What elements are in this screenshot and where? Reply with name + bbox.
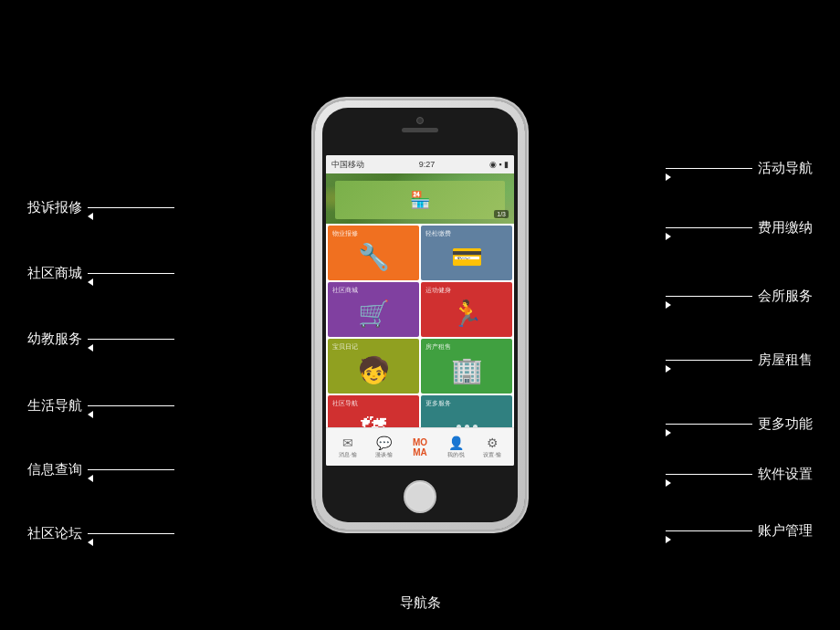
label-complaint-line [88,207,174,208]
me-label: 我的·悦 [447,451,466,459]
tile-community-mall[interactable]: 社区商城 🛒 [328,282,419,337]
comics-icon: 💬 [376,436,392,450]
home-button[interactable] [404,480,436,513]
label-community-forum-text: 社区论坛 [27,525,82,542]
nav-me[interactable]: 👤 我的·悦 [438,428,475,466]
label-account-management-line [666,530,752,531]
label-community-forum-line [88,533,174,534]
phone-speaker [402,128,438,132]
label-info-query-line [88,469,174,470]
label-life-nav-line [88,405,174,406]
tile-community-nav-label: 社区导航 [332,399,358,408]
tile-baby-diary[interactable]: 宝贝日记 🧒 [328,339,419,394]
label-account-management: 账户管理 [666,522,813,540]
label-club-service: 会所服务 [666,288,813,305]
label-fee-payment-text: 费用缴纳 [758,219,813,236]
bottom-nav-label-text: 导航条 [400,594,441,610]
hero-store-image: 🏪 [335,181,505,219]
tile-community-mall-icon: 🛒 [358,299,390,329]
tile-baby-diary-label: 宝贝日记 [332,342,358,352]
carrier-signal: 中国移动 [331,159,364,171]
status-bar: 中国移动 9:27 ◉ ▪ ▮ [326,155,514,173]
label-community-mall: 社区商城 [27,265,174,282]
label-software-settings-line [666,474,752,475]
label-house-rental-line [666,360,752,361]
label-complaint-text: 投诉报修 [27,199,82,216]
bottom-nav: ✉ 消息·愉 💬 漫谈·愉 MOMA 👤 我的·悦 ⚙ 设置·愉 [326,427,514,466]
label-life-nav-text: 生活导航 [27,397,82,415]
label-child-edu-line [88,339,174,340]
tile-real-estate-label: 房产租售 [425,342,451,352]
label-software-settings: 软件设置 [666,466,813,483]
label-club-service-text: 会所服务 [758,288,813,305]
label-house-rental-text: 房屋租售 [758,352,813,369]
label-more-functions-line [666,424,752,425]
label-club-service-line [666,296,752,297]
tile-baby-diary-icon: 🧒 [358,355,390,385]
nav-logo-item[interactable]: MOMA [402,428,438,466]
label-community-forum: 社区论坛 [27,525,174,542]
label-bottom-nav-bar: 导航条 [400,594,441,612]
tile-fitness-label: 运动健身 [425,286,451,295]
label-community-mall-text: 社区商城 [27,265,82,282]
tile-more-services-label: 更多服务 [425,399,451,408]
phone-screen: 中国移动 9:27 ◉ ▪ ▮ 🏪 1/3 物业报修 🔧 [326,155,514,466]
phone-camera [416,117,424,124]
hero-counter: 1/3 [494,210,509,218]
label-activity-nav: 活动导航 [666,160,813,177]
tile-fitness[interactable]: 运动健身 🏃 [421,282,512,337]
label-fee-payment-line [666,227,752,228]
phone: 中国移动 9:27 ◉ ▪ ▮ 🏪 1/3 物业报修 🔧 [315,100,525,530]
hero-image: 🏪 1/3 [326,173,514,224]
tile-payment-label: 轻松缴费 [425,229,451,238]
label-software-settings-text: 软件设置 [758,466,813,483]
app-grid: 物业报修 🔧 轻松缴费 💳 社区商城 🛒 运动健身 🏃 [326,224,514,452]
scene: 中国移动 9:27 ◉ ▪ ▮ 🏪 1/3 物业报修 🔧 [0,0,840,630]
label-life-nav: 生活导航 [27,397,174,415]
label-more-functions-text: 更多功能 [758,415,813,433]
label-complaint: 投诉报修 [27,199,174,216]
messages-label: 消息·愉 [339,451,357,459]
label-fee-payment: 费用缴纳 [666,219,813,236]
tile-payment[interactable]: 轻松缴费 💳 [421,226,512,280]
label-child-edu: 幼教服务 [27,331,174,348]
battery-icons: ◉ ▪ ▮ [489,160,509,169]
label-activity-nav-text: 活动导航 [758,160,813,177]
tile-complaint-icon: 🔧 [358,242,390,272]
tile-complaint-label: 物业报修 [332,229,358,238]
tile-community-mall-label: 社区商城 [332,286,358,295]
comics-label: 漫谈·愉 [375,451,394,459]
label-info-query: 信息查询 [27,461,174,478]
settings-icon: ⚙ [487,436,499,450]
label-account-management-text: 账户管理 [758,522,813,540]
label-info-query-text: 信息查询 [27,461,82,478]
nav-comics[interactable]: 💬 漫谈·愉 [366,428,403,466]
me-icon: 👤 [448,436,464,450]
tile-payment-icon: 💳 [451,242,483,272]
nav-messages[interactable]: ✉ 消息·愉 [330,428,366,466]
label-community-mall-line [88,273,174,274]
label-house-rental: 房屋租售 [666,352,813,369]
settings-label: 设置·愉 [483,451,501,459]
tile-real-estate-icon: 🏢 [451,355,483,385]
tile-real-estate[interactable]: 房产租售 🏢 [421,339,512,394]
tile-fitness-icon: 🏃 [451,299,483,329]
time-display: 9:27 [419,160,436,169]
label-activity-nav-line [666,168,752,169]
label-more-functions: 更多功能 [666,415,813,433]
nav-logo: MOMA [413,437,427,457]
tile-complaint[interactable]: 物业报修 🔧 [328,226,419,280]
messages-icon: ✉ [342,436,353,450]
nav-settings[interactable]: ⚙ 设置·愉 [474,428,510,466]
label-child-edu-text: 幼教服务 [27,331,82,348]
